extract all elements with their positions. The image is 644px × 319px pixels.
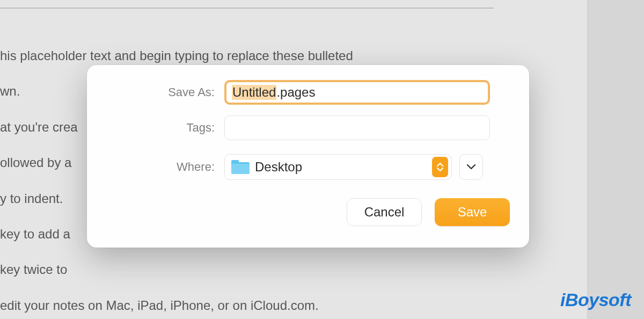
folder-icon bbox=[231, 160, 250, 174]
save-button[interactable]: Save bbox=[435, 198, 510, 226]
chevron-down-icon bbox=[466, 162, 476, 172]
svg-rect-1 bbox=[231, 160, 239, 164]
save-as-input[interactable]: Untitled.pages bbox=[224, 80, 490, 105]
doc-line: key twice to bbox=[0, 259, 353, 280]
doc-line: edit your notes on Mac, iPad, iPhone, or… bbox=[0, 295, 353, 316]
watermark-logo: iBoysoft bbox=[560, 289, 631, 310]
filename-selected: Untitled bbox=[232, 85, 276, 100]
save-dialog: Save As: Untitled.pages Tags: Where: Des… bbox=[87, 65, 529, 248]
where-label: Where: bbox=[106, 160, 224, 174]
tags-input[interactable] bbox=[224, 115, 490, 140]
expand-button[interactable] bbox=[459, 154, 483, 180]
filename-extension: .pages bbox=[276, 85, 315, 100]
where-value: Desktop bbox=[255, 160, 302, 175]
doc-line: his placeholder text and begin typing to… bbox=[0, 46, 353, 66]
where-select[interactable]: Desktop bbox=[224, 154, 452, 180]
tags-label: Tags: bbox=[106, 121, 224, 135]
svg-rect-2 bbox=[231, 164, 250, 174]
cancel-button[interactable]: Cancel bbox=[347, 198, 422, 226]
divider bbox=[0, 8, 494, 9]
save-as-label: Save As: bbox=[106, 85, 224, 99]
updown-stepper-icon bbox=[432, 157, 448, 177]
